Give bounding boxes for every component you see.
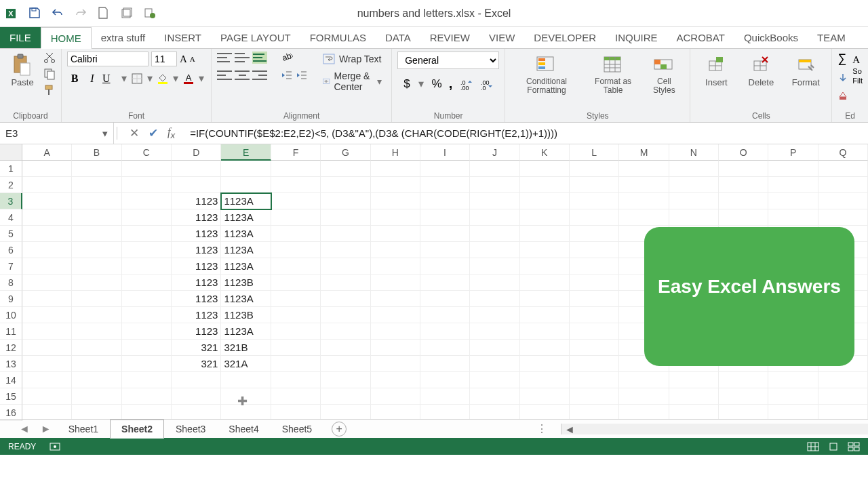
cell[interactable]: [470, 193, 519, 209]
cell[interactable]: [321, 340, 370, 356]
cell[interactable]: [669, 372, 719, 388]
cell[interactable]: [22, 291, 72, 307]
cell[interactable]: [371, 161, 420, 177]
cell[interactable]: [520, 274, 570, 291]
cell[interactable]: [72, 323, 121, 340]
number-format-combo[interactable]: General: [397, 52, 499, 69]
orientation-icon[interactable]: ab: [281, 52, 296, 64]
undo-icon[interactable]: [52, 7, 65, 20]
tab-team[interactable]: TEAM: [808, 27, 855, 48]
cell[interactable]: [669, 161, 719, 177]
cell[interactable]: 1123A: [221, 226, 271, 242]
cell[interactable]: [470, 209, 519, 226]
cell[interactable]: [520, 161, 570, 177]
row-header[interactable]: 4: [0, 209, 22, 226]
row-header[interactable]: 15: [0, 388, 22, 405]
cell[interactable]: 1123: [172, 193, 221, 209]
cell[interactable]: [818, 405, 868, 419]
cell[interactable]: [122, 258, 172, 274]
tab-data[interactable]: DATA: [376, 27, 420, 48]
cell[interactable]: [221, 177, 271, 193]
cell[interactable]: [271, 177, 321, 193]
tab-inquire[interactable]: INQUIRE: [606, 27, 667, 48]
copy-icon[interactable]: [43, 68, 56, 80]
cell[interactable]: [470, 226, 519, 242]
cell[interactable]: [420, 323, 470, 340]
sort-icon[interactable]: So: [852, 67, 863, 75]
cell[interactable]: [22, 161, 72, 177]
cell[interactable]: [122, 226, 172, 242]
autosum-icon[interactable]: ∑: [837, 52, 848, 66]
cell[interactable]: [570, 193, 619, 209]
cell[interactable]: [122, 291, 172, 307]
cell[interactable]: [122, 161, 172, 177]
tab-insert[interactable]: INSERT: [155, 27, 211, 48]
cell[interactable]: [420, 405, 470, 419]
cell[interactable]: [570, 307, 619, 323]
decrease-decimal-icon[interactable]: .00.0: [479, 78, 493, 90]
cell[interactable]: [122, 356, 172, 372]
sheet-tab[interactable]: Sheet4: [217, 420, 270, 439]
tab-review[interactable]: REVIEW: [420, 27, 479, 48]
row-header[interactable]: 6: [0, 242, 22, 258]
sheet-nav-next-icon[interactable]: ►: [35, 423, 57, 435]
row-header[interactable]: 3: [0, 193, 22, 209]
cell[interactable]: [271, 291, 321, 307]
cell[interactable]: [470, 323, 519, 340]
cell[interactable]: 321: [172, 356, 221, 372]
row-header[interactable]: 10: [0, 307, 22, 323]
cell[interactable]: [72, 193, 121, 209]
cell[interactable]: [172, 372, 221, 388]
cell[interactable]: [420, 258, 470, 274]
save-all-icon[interactable]: [121, 7, 134, 20]
col-header-D[interactable]: D: [172, 144, 221, 161]
cell[interactable]: 1123A: [221, 193, 271, 209]
cell[interactable]: 1123A: [221, 209, 271, 226]
sheet-tab[interactable]: Sheet5: [271, 420, 323, 439]
cell[interactable]: [371, 209, 420, 226]
cell[interactable]: [768, 177, 818, 193]
cut-icon[interactable]: [43, 52, 56, 64]
cell[interactable]: [271, 307, 321, 323]
conditional-formatting-button[interactable]: Conditional Formatting: [511, 52, 583, 98]
cell[interactable]: 1123A: [221, 323, 271, 340]
increase-decimal-icon[interactable]: .0.00: [459, 78, 473, 90]
cell[interactable]: [321, 193, 370, 209]
cell[interactable]: [22, 340, 72, 356]
cell[interactable]: 1123: [172, 242, 221, 258]
col-header-H[interactable]: H: [371, 144, 420, 161]
cell[interactable]: 321B: [221, 340, 271, 356]
cell[interactable]: 1123: [172, 209, 221, 226]
wrap-text-button[interactable]: Wrap Text: [319, 52, 386, 66]
format-as-table-button[interactable]: Format as Table: [587, 52, 640, 98]
sheet-nav-prev-icon[interactable]: ◄: [14, 423, 35, 435]
cell[interactable]: [619, 209, 669, 226]
row-header[interactable]: 7: [0, 258, 22, 274]
format-painter-icon[interactable]: [43, 84, 56, 96]
cell[interactable]: [271, 372, 321, 388]
paste-button[interactable]: Paste: [5, 52, 39, 90]
cell[interactable]: [122, 209, 172, 226]
cell[interactable]: [420, 356, 470, 372]
cell[interactable]: [22, 193, 72, 209]
cell[interactable]: [122, 242, 172, 258]
cell[interactable]: [22, 405, 72, 419]
cell[interactable]: [371, 291, 420, 307]
cell[interactable]: [371, 323, 420, 340]
cell[interactable]: [221, 161, 271, 177]
cell[interactable]: [371, 242, 420, 258]
cell[interactable]: 1123: [172, 323, 221, 340]
cell[interactable]: [72, 226, 121, 242]
cell[interactable]: [22, 372, 72, 388]
cell[interactable]: [470, 340, 519, 356]
cell[interactable]: 1123: [172, 274, 221, 291]
col-header-L[interactable]: L: [570, 144, 619, 161]
cell[interactable]: [470, 356, 519, 372]
cell[interactable]: [371, 340, 420, 356]
cell[interactable]: [22, 258, 72, 274]
cell[interactable]: [520, 242, 570, 258]
cell[interactable]: [570, 161, 619, 177]
cell[interactable]: [72, 356, 121, 372]
cell[interactable]: [818, 177, 868, 193]
row-header[interactable]: 1: [0, 161, 22, 177]
